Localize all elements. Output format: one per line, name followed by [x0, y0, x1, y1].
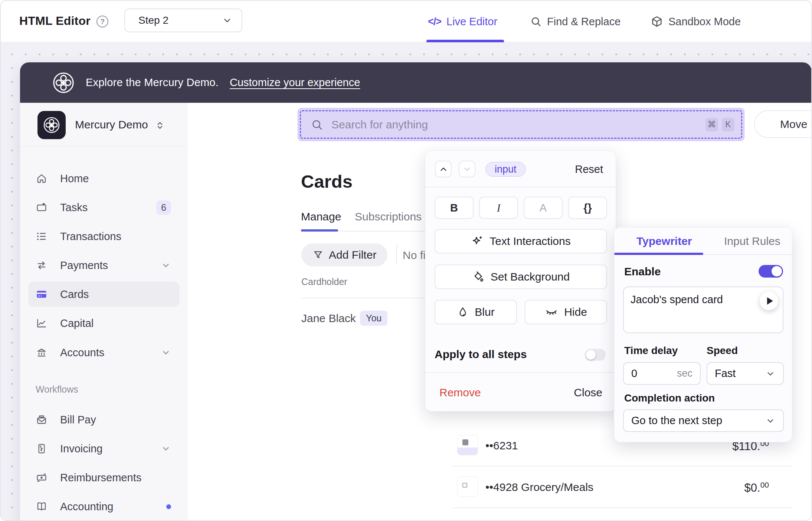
speed-value: Fast — [715, 367, 736, 380]
code-icon: </> — [428, 16, 441, 27]
search-icon — [311, 118, 323, 131]
italic-button[interactable]: I — [479, 197, 518, 219]
accounting-icon — [36, 501, 48, 512]
enable-label: Enable — [624, 265, 661, 278]
search-icon — [530, 16, 542, 27]
text-interactions-label: Text Interactions — [490, 235, 570, 248]
tab-find-replace[interactable]: Find & Replace — [530, 1, 621, 42]
active-tab-underline — [614, 253, 703, 255]
tab-input-rules[interactable]: Input Rules — [724, 235, 780, 248]
code-braces-button[interactable]: {} — [568, 197, 607, 219]
tab-manage[interactable]: Manage — [301, 210, 341, 223]
completion-action-value: Go to the next step — [631, 414, 722, 427]
blur-button[interactable]: Blur — [435, 300, 517, 324]
eye-closed-icon — [545, 305, 558, 319]
enable-toggle[interactable] — [759, 265, 783, 278]
no-filters-label: No fi — [403, 249, 426, 262]
filter-icon — [312, 249, 324, 260]
time-delay-value: 0 — [631, 367, 637, 380]
sidebar-item-accounts[interactable]: Accounts — [28, 340, 179, 365]
k-key: K — [722, 118, 734, 131]
typewriter-text-value: Jacob's spend card — [631, 294, 723, 306]
sidebar-item-bill-pay[interactable]: Bill Pay — [28, 407, 179, 432]
sidebar-item-label: Accounts — [60, 347, 104, 359]
column-header-cardholder: Cardholder — [301, 276, 347, 287]
table-divider — [301, 298, 425, 298]
tasks-icon — [36, 201, 48, 213]
tab-typewriter[interactable]: Typewriter — [636, 235, 692, 248]
tab-sandbox-mode-label: Sandbox Mode — [668, 16, 741, 28]
select-child-button[interactable] — [459, 161, 475, 177]
bold-button[interactable]: B — [435, 197, 474, 219]
search-input[interactable]: Search for anything ⌘ K — [298, 108, 744, 141]
completion-action-select[interactable]: Go to the next step — [623, 409, 784, 432]
text-color-button[interactable]: A — [524, 197, 563, 219]
sidebar-item-transactions[interactable]: Transactions — [28, 224, 179, 249]
sidebar-item-label: Invoicing — [60, 443, 102, 455]
card-amount: $0.00 — [744, 481, 769, 495]
step-selector[interactable]: Step 2 — [124, 9, 242, 32]
sidebar-item-label: Accounting — [60, 501, 114, 513]
speed-label: Speed — [707, 345, 738, 357]
sidebar-item-tasks[interactable]: Tasks 6 — [28, 195, 179, 220]
select-parent-button[interactable] — [435, 161, 452, 177]
sidebar-divider — [20, 146, 187, 147]
element-tag-pill: input — [485, 162, 526, 177]
org-name: Mercury Demo — [75, 118, 148, 131]
sidebar-item-label: Tasks — [60, 201, 88, 214]
active-tab-underline — [426, 40, 504, 42]
cardholder-name: Jane Black — [301, 312, 356, 325]
tab-find-replace-label: Find & Replace — [547, 16, 621, 28]
sidebar-item-label: Payments — [60, 259, 108, 272]
editor-toolbar: HTML Editor ? Step 2 </> Live Editor Fin… — [1, 1, 811, 42]
sidebar-item-cards[interactable]: Cards — [28, 282, 179, 307]
hide-button[interactable]: Hide — [525, 300, 607, 324]
tab-subscriptions[interactable]: Subscriptions — [355, 210, 422, 223]
chevron-down-icon — [161, 347, 171, 358]
banner-message: Explore the Mercury Demo. — [86, 76, 219, 89]
set-background-button[interactable]: Set Background — [435, 265, 607, 289]
speed-select[interactable]: Fast — [707, 362, 784, 385]
card-thumbnail — [457, 435, 478, 455]
sidebar-item-invoicing[interactable]: Invoicing — [28, 436, 179, 461]
workflows-section-label: Workflows — [36, 384, 78, 395]
sparkle-icon — [471, 235, 484, 248]
cube-icon — [651, 15, 663, 28]
panel-divider — [425, 187, 616, 187]
chevron-down-icon — [222, 15, 233, 26]
reset-button[interactable]: Reset — [575, 163, 603, 176]
sidebar-item-payments[interactable]: Payments — [28, 253, 179, 278]
notification-dot — [166, 504, 171, 509]
tab-live-editor-label: Live Editor — [446, 16, 497, 28]
payments-icon — [36, 259, 48, 271]
close-button[interactable]: Close — [574, 386, 602, 399]
time-delay-unit: sec — [677, 368, 693, 379]
sidebar-item-accounting[interactable]: Accounting — [28, 494, 179, 519]
transactions-icon — [36, 230, 48, 242]
sidebar-item-label: Home — [60, 173, 89, 185]
org-switcher-icon[interactable] — [154, 119, 166, 132]
typewriter-text-input[interactable]: Jacob's spend card — [623, 286, 783, 333]
text-interactions-button[interactable]: Text Interactions — [435, 229, 607, 253]
tab-sandbox-mode[interactable]: Sandbox Mode — [651, 1, 741, 42]
sidebar-item-capital[interactable]: Capital — [28, 311, 179, 336]
reimbursements-icon — [36, 472, 48, 484]
add-filter-button[interactable]: Add Filter — [301, 243, 387, 266]
banner-customize-link[interactable]: Customize your experience — [230, 76, 360, 89]
active-tab-underline — [301, 229, 338, 232]
help-icon[interactable]: ? — [96, 16, 108, 27]
card-number: ••6231 — [485, 439, 518, 452]
preview-play-button[interactable] — [760, 292, 778, 310]
org-avatar — [37, 111, 66, 139]
sidebar-item-label: Reimbursements — [60, 472, 141, 484]
time-delay-input[interactable]: 0 sec — [623, 362, 701, 385]
app-title: HTML Editor — [19, 14, 91, 28]
typewriter-panel: Typewriter Input Rules Enable Jacob's sp… — [614, 227, 792, 442]
sidebar-item-home[interactable]: Home — [28, 166, 179, 191]
remove-button[interactable]: Remove — [439, 386, 481, 399]
move-money-button[interactable]: Move Money — [754, 110, 812, 138]
apply-all-toggle[interactable] — [585, 349, 606, 361]
sidebar-item-reimbursements[interactable]: Reimbursements — [28, 465, 179, 490]
tab-live-editor[interactable]: </> Live Editor — [428, 1, 497, 42]
amount-dollars: $0. — [744, 481, 760, 494]
